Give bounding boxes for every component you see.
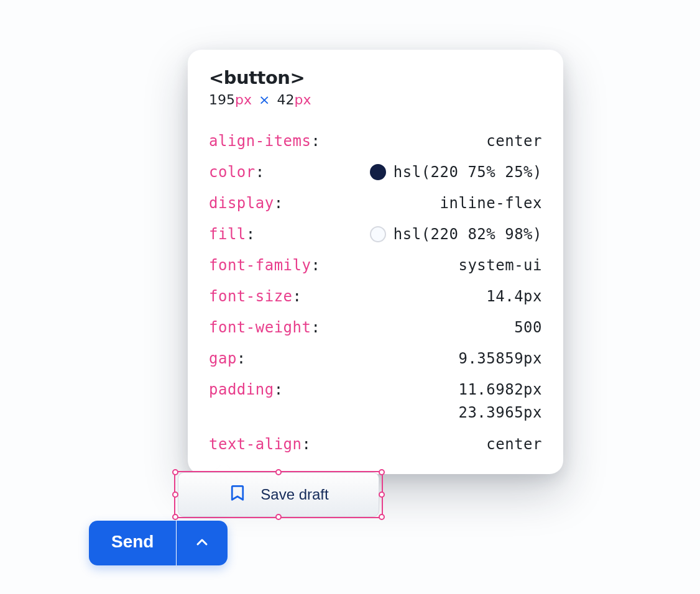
css-prop-value: center [320, 130, 542, 152]
css-prop-row: padding 11.6982px 23.3965px [209, 378, 542, 424]
css-prop-value: hsl(220 75% 25%) [265, 161, 542, 183]
css-prop-row: color hsl(220 75% 25%) [209, 161, 542, 183]
css-prop-value: 9.35859px [246, 347, 542, 370]
css-prop-row: gap 9.35859px [209, 347, 542, 370]
css-prop-value: 500 [320, 316, 542, 339]
css-prop-value: 11.6982px 23.3965px [283, 378, 542, 424]
css-prop-value: system-ui [320, 254, 542, 276]
css-prop-key: text-align [209, 433, 311, 455]
css-prop-key: display [209, 192, 283, 214]
send-split-button: Send [89, 521, 228, 565]
css-prop-row: text-align center [209, 433, 542, 455]
dim-separator: × [259, 92, 270, 107]
css-prop-key: fill [209, 223, 256, 245]
css-prop-key: gap [209, 347, 246, 370]
css-prop-row: align-items center [209, 130, 542, 152]
inspected-tag-name: <button> [209, 67, 542, 88]
dim-width: 195 [209, 92, 235, 107]
css-prop-value: 14.4px [302, 285, 543, 308]
css-prop-key: align-items [209, 130, 320, 152]
css-prop-value: hsl(220 82% 98%) [256, 223, 542, 245]
css-prop-value: center [311, 433, 542, 455]
css-prop-key: font-family [209, 254, 320, 276]
css-prop-key: color [209, 161, 265, 183]
dim-unit: px [294, 92, 311, 107]
save-draft-button[interactable]: Save draft [178, 472, 379, 517]
bookmark-icon [228, 483, 247, 506]
color-swatch-icon [370, 164, 386, 180]
css-prop-row: font-weight 500 [209, 316, 542, 339]
css-prop-key: font-weight [209, 316, 320, 339]
css-prop-key: padding [209, 378, 283, 401]
chevron-up-icon [195, 535, 210, 552]
css-prop-row: font-size 14.4px [209, 285, 542, 308]
inspected-dimensions: 195px × 42px [209, 92, 542, 107]
send-button[interactable]: Send [89, 521, 176, 565]
send-label: Send [111, 532, 154, 552]
dim-height: 42 [277, 92, 294, 107]
resize-handle-icon[interactable] [379, 514, 385, 520]
dim-unit: px [235, 92, 252, 107]
save-draft-label: Save draft [260, 486, 328, 503]
css-prop-row: display inline-flex [209, 192, 542, 214]
resize-handle-icon[interactable] [379, 491, 385, 498]
css-property-list: align-items center color hsl(220 75% 25%… [209, 130, 542, 455]
css-prop-key: font-size [209, 285, 302, 308]
css-inspector-tooltip: <button> 195px × 42px align-items center… [188, 50, 563, 474]
color-swatch-icon [370, 226, 386, 242]
css-prop-row: font-family system-ui [209, 254, 542, 276]
css-prop-value: inline-flex [283, 192, 542, 214]
send-options-toggle[interactable] [177, 521, 228, 565]
css-prop-row: fill hsl(220 82% 98%) [209, 223, 542, 245]
